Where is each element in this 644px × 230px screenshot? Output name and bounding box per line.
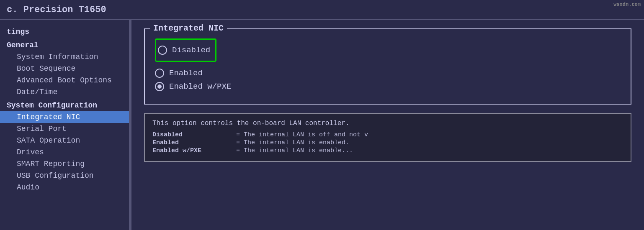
right-panel: Integrated NIC Disabled Enabled Enab — [131, 20, 644, 230]
sidebar-item-smart-reporting[interactable]: SMART Reporting — [0, 158, 129, 170]
radio-circle-enabled-pxe — [155, 82, 164, 91]
radio-circle-enabled — [155, 69, 164, 78]
bios-title: c. Precision T1650 — [7, 5, 106, 15]
sidebar-item-general[interactable]: General — [0, 39, 129, 51]
sidebar-item-drives[interactable]: Drives — [0, 146, 129, 158]
sidebar-item-integrated-nic[interactable]: Integrated NIC — [0, 111, 129, 123]
disabled-option-highlight[interactable]: Disabled — [155, 38, 216, 62]
sidebar-item-usb-configuration[interactable]: USB Configuration — [0, 170, 129, 181]
desc-row-enabled-pxe: Enabled w/PXE = The internal LAN is enab… — [152, 147, 623, 154]
sidebar-item-advanced-boot-options[interactable]: Advanced Boot Options — [0, 74, 129, 86]
sidebar-item-settings[interactable]: tings — [0, 26, 129, 38]
integrated-nic-fieldset: Integrated NIC Disabled Enabled Enab — [144, 28, 631, 105]
radio-enabled-pxe[interactable]: Enabled w/PXE — [155, 82, 621, 91]
radio-enabled[interactable]: Enabled — [155, 69, 621, 78]
desc-row-enabled-value: = The internal LAN is enabled. — [236, 139, 349, 146]
desc-row-enabled-label: Enabled — [152, 139, 236, 146]
sidebar-item-sata-operation[interactable]: SATA Operation — [0, 135, 129, 146]
main-content: tings General System Information Boot Se… — [0, 20, 644, 230]
desc-row-disabled-value: = The internal LAN is off and not v — [236, 131, 368, 138]
fieldset-legend: Integrated NIC — [150, 23, 227, 33]
sidebar-item-system-information[interactable]: System Information — [0, 51, 129, 63]
title-bar: c. Precision T1650 wsxdn.com — [0, 0, 644, 20]
radio-disabled[interactable]: Disabled — [158, 46, 210, 55]
sidebar-item-datetime[interactable]: Date/Time — [0, 86, 129, 98]
bios-screen: c. Precision T1650 wsxdn.com tings Gener… — [0, 0, 644, 230]
sidebar: tings General System Information Boot Se… — [0, 20, 130, 230]
radio-enabled-pxe-label: Enabled w/PXE — [169, 82, 231, 91]
description-main-text: This option controls the on-board LAN co… — [152, 120, 623, 127]
watermark: wsxdn.com — [613, 2, 641, 8]
desc-row-enabled-pxe-value: = The internal LAN is enable... — [236, 147, 353, 154]
sidebar-item-boot-sequence[interactable]: Boot Sequence — [0, 63, 129, 74]
sidebar-item-audio[interactable]: Audio — [0, 181, 129, 193]
sidebar-item-system-configuration[interactable]: System Configuration — [0, 100, 129, 111]
radio-circle-disabled — [158, 46, 167, 55]
desc-row-enabled: Enabled = The internal LAN is enabled. — [152, 139, 623, 146]
radio-enabled-label: Enabled — [169, 69, 203, 78]
desc-row-disabled-label: Disabled — [152, 131, 236, 138]
sidebar-item-serial-port[interactable]: Serial Port — [0, 123, 129, 135]
radio-disabled-label: Disabled — [172, 46, 210, 55]
desc-row-enabled-pxe-label: Enabled w/PXE — [152, 147, 236, 154]
desc-row-disabled: Disabled = The internal LAN is off and n… — [152, 131, 623, 138]
description-table: Disabled = The internal LAN is off and n… — [152, 131, 623, 154]
description-box: This option controls the on-board LAN co… — [144, 113, 631, 162]
